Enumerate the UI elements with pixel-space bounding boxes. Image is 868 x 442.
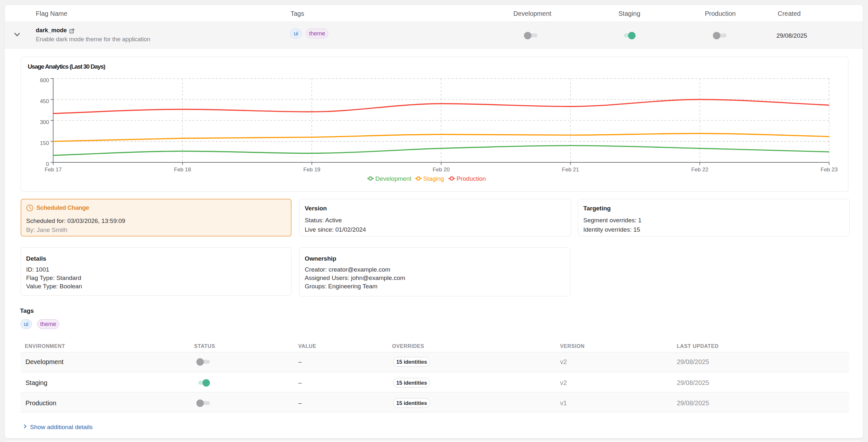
- svg-text:Feb 20: Feb 20: [433, 167, 450, 173]
- svg-text:Development: Development: [375, 175, 412, 182]
- svg-text:Feb 22: Feb 22: [691, 167, 708, 173]
- svg-text:Staging: Staging: [423, 175, 444, 182]
- svg-text:150: 150: [40, 140, 49, 146]
- svg-text:Feb 17: Feb 17: [44, 167, 62, 173]
- svg-text:300: 300: [40, 119, 49, 125]
- svg-text:Feb 18: Feb 18: [174, 167, 191, 173]
- svg-text:Feb 21: Feb 21: [562, 167, 579, 173]
- svg-text:600: 600: [40, 77, 49, 83]
- svg-text:Feb 23: Feb 23: [820, 167, 838, 173]
- svg-text:Production: Production: [457, 175, 486, 182]
- svg-text:Feb 19: Feb 19: [303, 167, 320, 173]
- svg-text:450: 450: [40, 98, 49, 104]
